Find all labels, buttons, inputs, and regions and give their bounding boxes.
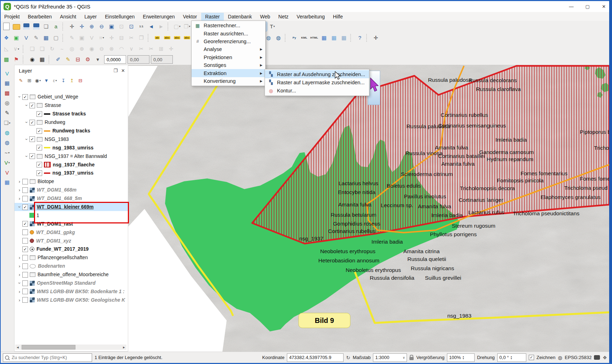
panel-close-icon[interactable]: ✕	[121, 68, 125, 73]
menu-item-raster-auf-layermaske-zuschneiden[interactable]: ▚Raster auf Layermaske zuschneiden...	[265, 78, 369, 86]
wcs-service-icon[interactable]: ◍	[274, 33, 283, 42]
menu-ansicht[interactable]: Ansicht	[56, 13, 80, 21]
expand-icon[interactable]: ›	[17, 263, 22, 269]
fill-ring-icon[interactable]: ◉	[87, 44, 96, 53]
delete-selected-icon[interactable]: ⊟	[117, 33, 126, 42]
move-feature-copy-icon[interactable]: ❏	[28, 44, 37, 53]
vertex-tool-icon[interactable]: ✛	[166, 44, 176, 53]
menu-hilfe[interactable]: Hilfe	[329, 13, 347, 21]
layer-row-wms-lgrb-bw-gk50-geologische-k[interactable]: ›WMS LGRB-BW GK50: Geologische K	[15, 296, 128, 304]
layer-visibility-checkbox[interactable]: ✓	[29, 103, 35, 108]
zoom-out-icon[interactable]: ⊖	[97, 22, 106, 31]
zoom-last-icon[interactable]: ◄	[147, 22, 156, 31]
layer-visibility-checkbox[interactable]	[22, 229, 28, 235]
select-features-icon[interactable]: ▢▾	[172, 22, 182, 31]
layer-row-strasse[interactable]: ›✓Strasse	[15, 101, 128, 110]
serval-options-caret[interactable]: ▾	[93, 55, 102, 64]
filter-legend-icon[interactable]: ▼	[42, 76, 50, 84]
new-spatialite-layer-icon[interactable]: ▢	[51, 33, 61, 42]
layer-row-nsg-1937-alter-bannwald[interactable]: ›✓NSG_1937 = Alter Bannwald	[15, 152, 128, 160]
layer-row-nsg-1937-umriss[interactable]: ✓nsg_1937_umriss	[15, 169, 128, 177]
collapse-icon[interactable]: ›	[24, 120, 29, 125]
layer-visibility-checkbox[interactable]	[22, 297, 28, 303]
expand-icon[interactable]: ›	[17, 196, 22, 201]
expand-icon[interactable]: ›	[17, 272, 22, 277]
magnifier-spinbox[interactable]: 100% ▲▼	[447, 353, 475, 362]
search-input[interactable]	[11, 354, 90, 360]
menu-netz[interactable]: Netz	[274, 13, 293, 21]
layer-visibility-checkbox[interactable]: ✓	[22, 221, 28, 227]
layer-panel-scrollbar[interactable]: ◄ ►	[15, 345, 126, 350]
menu-datenbank[interactable]: Datenbank	[224, 13, 256, 21]
split-parts-icon[interactable]: ✂	[147, 44, 156, 53]
attribute-table-grid-icon[interactable]: ▦	[2, 178, 12, 187]
layer-visibility-checkbox[interactable]: ✓	[36, 111, 42, 117]
new-geopackage-layer-icon[interactable]: ▣	[12, 33, 21, 42]
expand-icon[interactable]: ›	[17, 297, 22, 303]
menu-bearbeiten[interactable]: Bearbeiten	[24, 13, 56, 21]
zoom-native-icon[interactable]: 1:1	[137, 22, 146, 31]
layer-visibility-checkbox[interactable]	[22, 255, 28, 261]
collapse-icon[interactable]: ›	[24, 153, 29, 159]
scroll-thumb[interactable]	[22, 345, 75, 349]
layer-row-nsg-1983-umriss[interactable]: ✓nsg_1983_umriss	[15, 143, 128, 152]
move-feature-icon[interactable]: ✛	[107, 33, 116, 42]
digitize-shape-icon[interactable]: V	[2, 69, 12, 78]
map-flag-icon[interactable]: ⚑	[12, 55, 21, 64]
rotation-spinbox[interactable]: 0,0 ° ▲▼	[497, 353, 526, 362]
layer-visibility-checkbox[interactable]	[22, 272, 28, 278]
edit-value-field-1[interactable]: 0,0000	[104, 55, 126, 64]
html-tools-icon[interactable]: HTML	[310, 33, 319, 42]
layer-visibility-checkbox[interactable]	[22, 280, 28, 286]
layer-row-wt-dgm1-kleiner-669m[interactable]: ›✓WT_DGM1_kleiner 669m	[15, 203, 128, 211]
sketch-pen-icon[interactable]: ✎	[2, 108, 12, 118]
layer-row-rundweg-tracks[interactable]: ✓Rundweg tracks	[15, 127, 128, 135]
split-features-icon[interactable]: ✂	[137, 44, 146, 53]
collapse-icon[interactable]: ›	[17, 94, 22, 100]
menu-item-georeferenzierung[interactable]: #Georeferenzierung...	[192, 38, 265, 45]
locator-search[interactable]	[3, 353, 92, 362]
collapse-icon[interactable]: ›	[24, 136, 29, 142]
reshape-features-icon[interactable]: ∨	[127, 44, 136, 53]
copy-features-icon[interactable]: ❐▾	[182, 22, 192, 31]
menu-verarbeitung[interactable]: Verarbeitung	[293, 13, 329, 21]
menu-vektor[interactable]: Vektor	[179, 13, 201, 21]
collapse-all-icon[interactable]: ↥	[68, 76, 76, 84]
add-ring-icon[interactable]: ◎	[67, 44, 76, 53]
edit-value-field-2[interactable]: 0,00	[128, 55, 149, 64]
merge-features-icon[interactable]: ⊞	[157, 44, 166, 53]
manage-map-themes-icon[interactable]: ◉▾	[34, 76, 42, 84]
collapse-icon[interactable]: ›	[24, 103, 29, 108]
grid-tools-icon[interactable]: ▦	[2, 79, 12, 88]
advanced-digitize-icon[interactable]: ∨▾	[12, 44, 21, 53]
layer-row-1[interactable]: 1	[15, 211, 128, 220]
layer-row-funde-wt-2017-2019[interactable]: ✓Funde_WT_2017_2019	[15, 245, 128, 254]
erase-values-icon[interactable]: ⊟	[73, 55, 83, 64]
render-checkbox[interactable]: ✓	[529, 355, 534, 360]
raster-settings-icon[interactable]: ⚙	[83, 55, 92, 64]
paste-features-icon[interactable]: ❐	[137, 33, 146, 42]
layer-row-bodenarten[interactable]: ›Bodenarten	[15, 262, 128, 271]
cut-features-icon[interactable]: ✂	[127, 33, 136, 42]
new-shapefile-layer-icon[interactable]: V	[22, 33, 31, 42]
menu-einstellungen[interactable]: Einstellungen	[101, 13, 138, 21]
layer-row-openstreetmap-standard[interactable]: ›OpenStreetMap Standard	[15, 279, 128, 288]
copy-move-feature-icon[interactable]: ❏	[38, 44, 47, 53]
layer-row-wt-dgm1-668m[interactable]: ›WT_DGM1_668m	[15, 186, 128, 194]
pan-to-selection-icon[interactable]: ✛	[77, 22, 86, 31]
layer-visibility-checkbox[interactable]: ✓	[22, 246, 28, 252]
crosshair-icon[interactable]: ✛	[371, 33, 380, 42]
cad-tools-icon[interactable]: ◺	[2, 44, 11, 53]
scroll-left-icon[interactable]: ◄	[15, 346, 20, 349]
rotate-feature-icon[interactable]: ↻	[47, 44, 57, 53]
swap-rasters-icon[interactable]: ▩	[2, 89, 12, 98]
layer-visibility-checkbox[interactable]: ✓	[36, 145, 42, 150]
menu-item-projektionen[interactable]: Projektionen▶	[192, 53, 265, 61]
layer-row-biotope[interactable]: ›Biotope	[15, 177, 128, 186]
select-raster-icon[interactable]: ▦	[38, 55, 47, 64]
menu-erweiterungen[interactable]: Erweiterungen	[139, 13, 178, 21]
pan-map-icon[interactable]: ✛	[67, 22, 76, 31]
help-contents-icon[interactable]: ?	[355, 33, 364, 42]
scroll-right-icon[interactable]: ►	[121, 346, 126, 349]
save-edits-icon[interactable]: ▣	[77, 33, 86, 42]
